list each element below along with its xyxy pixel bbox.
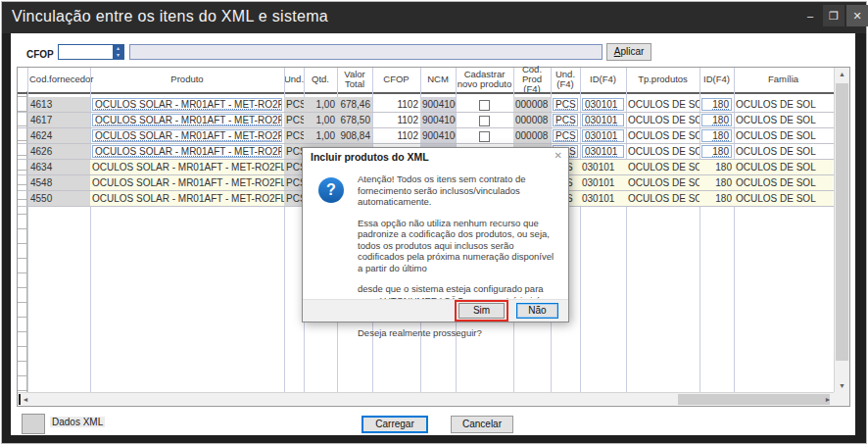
cell-ncm: 90041000 [420, 97, 456, 112]
und-f4-textbox[interactable]: PCS [553, 114, 578, 126]
id-f4-2-textbox[interactable]: 180 [701, 145, 732, 158]
dialog-close-icon[interactable]: ✕ [555, 150, 562, 161]
cell-und: PCS [284, 97, 304, 112]
cell-und: PCS [284, 175, 304, 190]
cell-ncm: 90041000 [420, 128, 456, 143]
cell-tp-produtos: OCULOS DE SOL [626, 191, 699, 206]
cell-id-f4[interactable]: 030101 [580, 97, 626, 112]
checkbox-icon[interactable] [479, 116, 490, 126]
header-qtd[interactable]: Qtd. [304, 68, 337, 91]
load-button[interactable]: Carregar [362, 416, 428, 433]
header-cod-prod-f4[interactable]: Cod. Prod (F4) [513, 68, 551, 91]
produto-textbox[interactable]: OCULOS SOLAR - MR01AFT - MET-RO2FLAT-BLA… [92, 98, 282, 111]
table-row[interactable]: 4613 OCULOS SOLAR - MR01AFT - MET-RO2FLA… [18, 97, 834, 113]
header-und-f4[interactable]: Und. (F4) [551, 68, 580, 91]
header-valor-total[interactable]: Valor Total [337, 68, 372, 91]
cell-cod-prod-f4: 000008 [513, 113, 551, 127]
cell-und: PCS [284, 191, 304, 206]
apply-label: plicar [620, 46, 644, 57]
cell-cod-fornecedor: 4634 [28, 160, 90, 174]
cell-und-f4[interactable]: PCS [551, 128, 580, 143]
cell-ncm: 90041000 [420, 113, 456, 127]
id-f4-textbox[interactable]: 030101 [582, 145, 624, 158]
und-f4-textbox[interactable]: PCS [553, 98, 578, 111]
scroll-right-icon[interactable]: ► [824, 396, 832, 403]
checkbox-icon[interactable] [479, 100, 490, 111]
table-row[interactable]: 4617 OCULOS SOLAR - MR01AFT - MET-RO2FLA… [18, 113, 834, 128]
cell-produto: OCULOS SOLAR - MR01AFT - MET-RO2FLAT-BLA… [90, 160, 284, 174]
cell-cod-prod-f4: 000008 [513, 97, 551, 112]
id-f4-textbox[interactable]: 030101 [582, 98, 624, 111]
cell-id-f4-2[interactable]: 180 [699, 128, 734, 143]
cell-id-f4[interactable]: 030101 [580, 113, 626, 127]
cadastrar-checkbox[interactable] [456, 128, 513, 143]
minimize-button[interactable]: – [800, 5, 820, 26]
produto-textbox[interactable]: OCULOS SOLAR - MR01AFT - MET-RO2FLAT-BLA… [92, 145, 282, 158]
cell-id-f4[interactable]: 030101 [580, 128, 626, 143]
dialog-footer: Sim Não [303, 299, 568, 321]
scroll-up-icon[interactable]: ▲ [835, 71, 849, 77]
cell-produto[interactable]: OCULOS SOLAR - MR01AFT - MET-RO2FLAT-BLA… [90, 144, 284, 159]
id-f4-2-textbox[interactable]: 180 [701, 129, 732, 142]
id-f4-textbox[interactable]: 030101 [582, 114, 624, 126]
cancel-button[interactable]: Cancelar [451, 416, 513, 433]
horizontal-scrollbar[interactable]: ◄ ► [18, 392, 834, 406]
apply-button[interactable]: Aplicar [606, 43, 651, 61]
cell-und-f4[interactable]: PCS [551, 113, 580, 127]
cadastrar-checkbox[interactable] [456, 97, 513, 112]
vertical-scrollbar[interactable]: ▲ ▼ [834, 68, 849, 392]
header-id-f4[interactable]: ID(F4) [580, 68, 626, 91]
close-button[interactable]: ✕ [846, 5, 868, 26]
id-f4-2-textbox[interactable]: 180 [701, 114, 732, 126]
cell-produto[interactable]: OCULOS SOLAR - MR01AFT - MET-RO2FLAT-BLA… [90, 113, 284, 127]
yes-button[interactable]: Sim [458, 303, 505, 319]
header-tp-produtos[interactable]: Tp.produtos [626, 68, 699, 91]
cell-cod-fornecedor: 4617 [28, 113, 90, 127]
id-f4-textbox[interactable]: 030101 [582, 129, 624, 142]
cell-produto[interactable]: OCULOS SOLAR - MR01AFT - MET-RO2FLAT-BLA… [90, 97, 284, 112]
cell-und-f4[interactable]: PCS [551, 97, 580, 112]
horizontal-scroll-thumb[interactable] [678, 394, 830, 405]
restore-button[interactable]: ❐ [823, 5, 844, 26]
cfop-lookup-icon[interactable]: ▴▾ [113, 45, 123, 59]
produto-textbox[interactable]: OCULOS SOLAR - MR01AFT - MET-RO2FLAT-BLA… [92, 114, 282, 126]
table-row[interactable]: 4624 OCULOS SOLAR - MR01AFT - MET-RO2FLA… [18, 128, 834, 144]
cell-valor-total: 678,50 [337, 113, 372, 127]
checkbox-icon[interactable] [479, 131, 490, 142]
header-cfop[interactable]: CFOP [372, 68, 420, 91]
cell-produto: OCULOS SOLAR - MR01AFT - MET-RO2FLAT-BLA… [90, 175, 284, 190]
question-icon: ? [318, 177, 344, 203]
cell-familia: OCULOS DE SOL [734, 97, 833, 112]
header-id-f4-2[interactable]: ID(F4) [699, 68, 734, 91]
scroll-down-icon[interactable]: ▼ [835, 382, 849, 389]
cell-qtd: 1,00 [304, 128, 337, 143]
cell-id-f4-2[interactable]: 180 [699, 144, 734, 159]
cell-cod-fornecedor: 4626 [28, 144, 90, 159]
header-und[interactable]: Und. [284, 68, 304, 91]
produto-textbox[interactable]: OCULOS SOLAR - MR01AFT - MET-RO2FLAT-BLA… [92, 129, 282, 142]
cfop-description-field [129, 44, 603, 60]
cell-cod-prod-f4: 000008 [513, 128, 551, 143]
cell-cfop: 1102 [372, 97, 420, 112]
header-cod-fornecedor[interactable]: Cod.fornecedor [28, 68, 90, 91]
dados-xml-label: Dados XML [50, 417, 105, 427]
app-window: Vinculação entre os itens do XML e siste… [0, 0, 868, 445]
cell-id-f4-2[interactable]: 180 [699, 113, 734, 127]
cell-valor-total: 678,46 [337, 97, 372, 112]
cell-produto[interactable]: OCULOS SOLAR - MR01AFT - MET-RO2FLAT-BLA… [90, 128, 284, 143]
cfop-input[interactable]: ▴▾ [58, 44, 124, 60]
no-button[interactable]: Não [516, 303, 558, 319]
header-ncm[interactable]: NCM [420, 68, 456, 91]
cell-id-f4[interactable]: 030101 [580, 144, 626, 159]
header-familia[interactable]: Família [734, 68, 833, 91]
header-produto[interactable]: Produto [90, 68, 284, 91]
id-f4-2-textbox[interactable]: 180 [701, 98, 732, 111]
scroll-left-icon[interactable]: ◄ [22, 396, 29, 403]
cell-familia: OCULOS DE SOL [734, 175, 833, 190]
header-cadastrar-novo-produto[interactable]: Cadastrar novo produto [456, 68, 513, 91]
und-f4-textbox[interactable]: PCS [553, 129, 578, 142]
vertical-scroll-thumb[interactable] [836, 83, 848, 361]
cadastrar-checkbox[interactable] [456, 113, 513, 127]
cell-id-f4-2[interactable]: 180 [699, 97, 734, 112]
cell-qtd: 1,00 [304, 97, 337, 112]
